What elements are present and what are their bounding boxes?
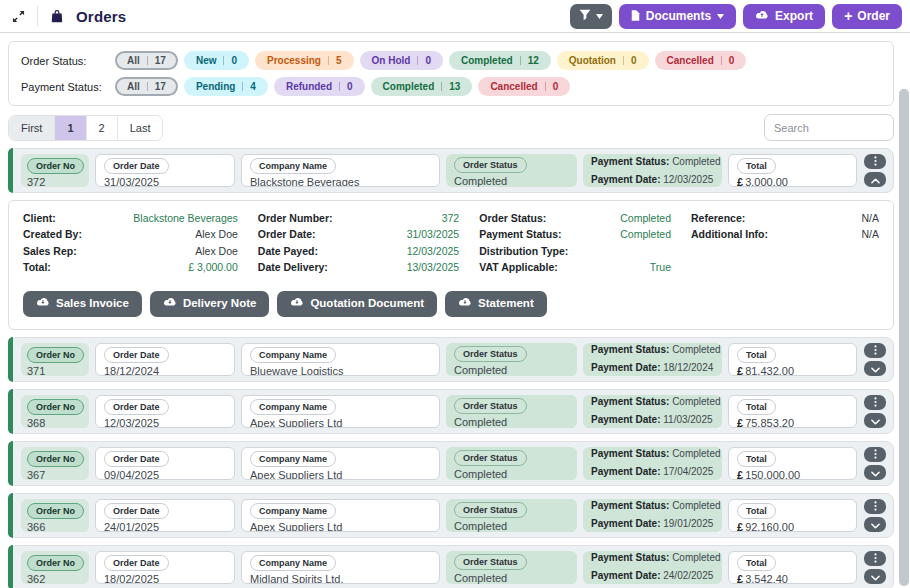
detail-grid: Client: Blackstone Beverages Created By:… bbox=[23, 210, 879, 277]
row-actions bbox=[863, 395, 887, 428]
total-cell: Total £92,160.00 bbox=[728, 499, 857, 532]
chevron-down-icon bbox=[871, 517, 880, 532]
add-order-button[interactable]: + Order bbox=[832, 4, 902, 29]
row-accent-bar bbox=[8, 148, 13, 193]
row-menu-button[interactable] bbox=[864, 447, 886, 462]
row-menu-button[interactable] bbox=[864, 154, 886, 169]
detail-field-value: 372 bbox=[442, 212, 460, 226]
row-toggle-button[interactable] bbox=[864, 517, 886, 532]
pill-count: 0 bbox=[347, 81, 353, 92]
order-row: Order No 372 Order Date 31/03/2025 Compa… bbox=[8, 148, 894, 193]
search-input[interactable] bbox=[764, 114, 894, 141]
kebab-icon bbox=[874, 499, 877, 514]
order-no-value: 371 bbox=[27, 365, 45, 376]
row-toggle-button[interactable] bbox=[864, 172, 886, 187]
shopping-bag-icon bbox=[47, 6, 67, 26]
payment-status-line: Payment Status: Completed bbox=[591, 499, 721, 515]
pill-divider bbox=[147, 82, 148, 91]
order-date-cell: Order Date 18/12/2024 bbox=[95, 343, 235, 376]
kebab-icon bbox=[874, 343, 877, 358]
scrollbar-track[interactable] bbox=[899, 89, 909, 586]
document-download-button-label: Quotation Document bbox=[310, 298, 424, 310]
order-row: Order No 362 Order Date 18/02/2025 Compa… bbox=[8, 545, 894, 588]
filter-button[interactable] bbox=[570, 4, 612, 29]
order-no-value: 366 bbox=[27, 521, 45, 532]
pagination-button[interactable]: 2 bbox=[87, 116, 118, 140]
payment-cell: Payment Status: Completed Payment Date: … bbox=[583, 154, 722, 187]
row-menu-button[interactable] bbox=[864, 395, 886, 410]
status-filter-pill[interactable]: Quotation 0 bbox=[557, 51, 649, 70]
payment-cell: Payment Status: Completed Payment Date: … bbox=[583, 343, 722, 376]
status-filter-pill[interactable]: Pending 4 bbox=[184, 77, 268, 96]
order-no-cell: Order No 366 bbox=[21, 499, 89, 532]
company-name-cell: Company Name Bluewave Logistics bbox=[241, 343, 440, 376]
status-filter-pill[interactable]: Processing 5 bbox=[255, 51, 353, 70]
status-filter-pill[interactable]: All 17 bbox=[115, 51, 178, 70]
order-no-label: Order No bbox=[27, 451, 84, 467]
order-status-filter-label: Order Status: bbox=[21, 55, 115, 67]
order-row: Order No 367 Order Date 09/04/2025 Compa… bbox=[8, 441, 894, 486]
pagination-button[interactable]: First bbox=[9, 116, 55, 140]
status-filter-pill[interactable]: Cancelled 0 bbox=[478, 77, 570, 96]
pagination-button[interactable]: Last bbox=[118, 116, 163, 140]
pill-label: On Hold bbox=[372, 55, 411, 66]
row-toggle-button[interactable] bbox=[864, 413, 886, 428]
payment-date-line: Payment Date: 18/12/2024 bbox=[591, 360, 713, 376]
scrollbar-thumb[interactable] bbox=[899, 89, 909, 586]
row-menu-button[interactable] bbox=[864, 499, 886, 514]
export-button-label: Export bbox=[775, 10, 813, 22]
row-toggle-button[interactable] bbox=[864, 465, 886, 480]
status-filter-pill[interactable]: Cancelled 0 bbox=[655, 51, 747, 70]
chevron-down-icon bbox=[871, 465, 880, 480]
row-accent-bar bbox=[8, 545, 13, 588]
row-menu-button[interactable] bbox=[864, 551, 886, 566]
page-title: Orders bbox=[76, 8, 126, 25]
expand-icon[interactable] bbox=[8, 6, 28, 26]
pill-label: New bbox=[196, 55, 217, 66]
status-filter-pill[interactable]: Completed 12 bbox=[449, 51, 551, 70]
detail-column: Client: Blackstone Beverages Created By:… bbox=[23, 210, 238, 277]
pill-divider bbox=[147, 56, 148, 65]
company-name-label: Company Name bbox=[250, 158, 336, 174]
company-name-value: Apex Suppliers Ltd bbox=[250, 521, 342, 532]
row-menu-button[interactable] bbox=[864, 343, 886, 358]
pill-label: Completed bbox=[461, 55, 513, 66]
order-status-cell: Order Status Completed bbox=[446, 154, 577, 187]
total-value: £3,542.40 bbox=[737, 573, 788, 584]
payment-status-line: Payment Status: Completed bbox=[591, 395, 721, 411]
status-filter-pill[interactable]: Completed 13 bbox=[371, 77, 473, 96]
row-toggle-button[interactable] bbox=[864, 361, 886, 376]
order-status-value: Completed bbox=[454, 468, 507, 480]
document-download-button-label: Delivery Note bbox=[183, 298, 257, 310]
row-accent-bar bbox=[8, 493, 13, 538]
documents-button[interactable]: Documents bbox=[619, 4, 736, 29]
document-download-button[interactable]: Sales Invoice bbox=[23, 291, 142, 317]
add-order-button-label: Order bbox=[857, 10, 890, 22]
status-filter-pill[interactable]: Refunded 0 bbox=[274, 77, 365, 96]
payment-cell: Payment Status: Completed Payment Date: … bbox=[583, 499, 722, 532]
order-status-pills: All 17 New 0 Processing 5 On Hold 0 Comp… bbox=[115, 51, 746, 70]
order-status-label: Order Status bbox=[454, 554, 527, 570]
document-download-button[interactable]: Delivery Note bbox=[150, 291, 270, 317]
pill-label: Refunded bbox=[286, 81, 332, 92]
row-toggle-button[interactable] bbox=[864, 569, 886, 584]
pill-label: Completed bbox=[383, 81, 435, 92]
pill-count: 5 bbox=[336, 55, 342, 66]
document-download-button[interactable]: Quotation Document bbox=[277, 291, 437, 317]
order-no-cell: Order No 371 bbox=[21, 343, 89, 376]
status-filter-pill[interactable]: On Hold 0 bbox=[360, 51, 443, 70]
pill-count: 0 bbox=[553, 81, 559, 92]
company-name-cell: Company Name Midland Spirits Ltd. bbox=[241, 551, 440, 584]
detail-field: Order Status: Completed bbox=[479, 210, 671, 227]
payment-date-line: Payment Date: 12/03/2025 bbox=[591, 172, 713, 188]
pagination-button[interactable]: 1 bbox=[55, 116, 86, 140]
order-no-cell: Order No 367 bbox=[21, 447, 89, 480]
pill-divider bbox=[623, 56, 624, 65]
order-status-label: Order Status bbox=[454, 346, 527, 362]
status-filter-pill[interactable]: New 0 bbox=[184, 51, 249, 70]
export-button[interactable]: Export bbox=[743, 4, 825, 29]
detail-column: Order Status: Completed Payment Status: … bbox=[479, 210, 671, 277]
document-download-button[interactable]: Statement bbox=[445, 291, 547, 317]
row-actions bbox=[863, 499, 887, 532]
status-filter-pill[interactable]: All 17 bbox=[115, 77, 178, 96]
